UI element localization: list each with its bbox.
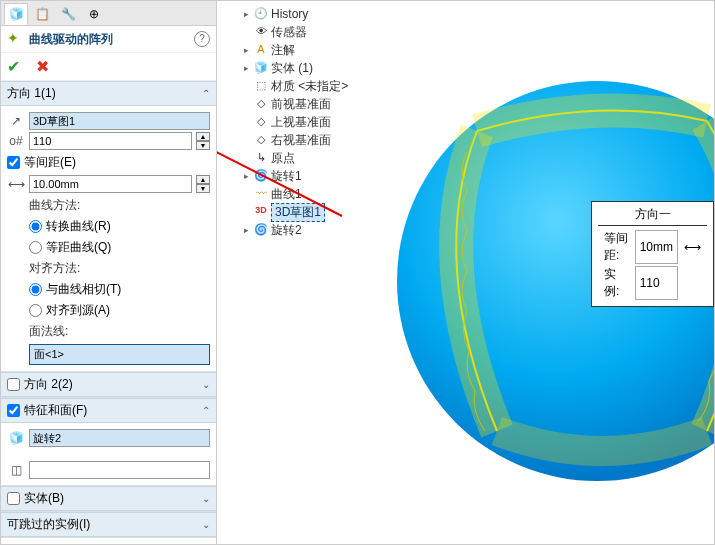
- feature-input[interactable]: [29, 429, 210, 447]
- chevron-up-icon: ⌃: [202, 88, 210, 99]
- tab-3[interactable]: 🔧: [56, 3, 80, 25]
- ok-button[interactable]: ✔: [7, 57, 20, 76]
- pattern-callout[interactable]: 方向一 等间距:10mm⟷ 实例:110: [591, 201, 714, 307]
- tab-2[interactable]: 📋: [30, 3, 54, 25]
- d2-enable-checkbox[interactable]: [7, 378, 20, 391]
- section-header-d2[interactable]: 方向 2(2) ⌄: [1, 372, 216, 397]
- count-spinner[interactable]: ▲▼: [196, 132, 210, 150]
- chevron-down-icon: ⌄: [202, 519, 210, 530]
- feature-title: 曲线驱动的阵列: [29, 31, 113, 48]
- spacing-spinner[interactable]: ▲▼: [196, 175, 210, 193]
- help-icon[interactable]: ?: [194, 31, 210, 47]
- radio-align-seed[interactable]: [29, 304, 42, 317]
- property-manager-panel: 🧊 📋 🔧 ⊕ ✦ 曲线驱动的阵列 ? ✔ ✖ 方向 1(1) ⌃ ↗ o# ▲…: [1, 1, 217, 544]
- count-icon: o#: [7, 134, 25, 148]
- tab-4[interactable]: ⊕: [82, 3, 106, 25]
- section-title-d2: 方向 2(2): [24, 376, 73, 393]
- callout-title: 方向一: [598, 206, 707, 226]
- pm-tabs: 🧊 📋 🔧 ⊕: [1, 1, 216, 26]
- chevron-up-icon: ⌃: [202, 405, 210, 416]
- feature-header: ✦ 曲线驱动的阵列 ?: [1, 26, 216, 53]
- section-title-feat: 特征和面(F): [24, 402, 87, 419]
- section-direction-1: 方向 1(1) ⌃ ↗ o# ▲▼ 等间距(E) ⟷ ▲▼: [1, 81, 216, 372]
- chevron-down-icon: ⌄: [202, 493, 210, 504]
- radio-transform-curve[interactable]: [29, 220, 42, 233]
- curve-input[interactable]: [29, 112, 210, 130]
- feature-icon: 🧊: [7, 431, 25, 445]
- graphics-view[interactable]: ⋮ ▸🕘History 👁传感器 ▸A注解 ▸🧊实体 (1) ⬚材质 <未指定>…: [217, 1, 714, 544]
- feat-checkbox[interactable]: [7, 404, 20, 417]
- spacing-icon: ⟷: [7, 177, 25, 191]
- section-header-skip[interactable]: 可跳过的实例(I) ⌄: [1, 512, 216, 537]
- face-icon: ◫: [7, 463, 25, 477]
- count-input[interactable]: [29, 132, 192, 150]
- face-selection[interactable]: 面<1>: [29, 344, 210, 365]
- section-body: 实体(B) ⌄: [1, 486, 216, 512]
- pattern-icon: ✦: [7, 30, 25, 48]
- section-header-d1[interactable]: 方向 1(1) ⌃: [1, 81, 216, 106]
- face-input[interactable]: [29, 461, 210, 479]
- curve-icon: ↗: [7, 114, 25, 128]
- section-features: 特征和面(F) ⌃ 🧊 ◫: [1, 398, 216, 486]
- equal-spacing-label: 等间距(E): [24, 154, 76, 171]
- tab-feature[interactable]: 🧊: [4, 3, 28, 25]
- section-header-body[interactable]: 实体(B) ⌄: [1, 486, 216, 511]
- section-title-skip: 可跳过的实例(I): [7, 516, 90, 533]
- curve-method-label: 曲线方法:: [29, 195, 210, 216]
- section-title-body: 实体(B): [24, 490, 64, 507]
- section-title-d1: 方向 1(1): [7, 85, 56, 102]
- chevron-down-icon: ⌄: [202, 379, 210, 390]
- spacing-input[interactable]: [29, 175, 192, 193]
- radio-offset-curve[interactable]: [29, 241, 42, 254]
- section-header-feat[interactable]: 特征和面(F) ⌃: [1, 398, 216, 423]
- callout-spacing[interactable]: 10mm: [635, 230, 678, 264]
- face-normal-label: 面法线:: [29, 321, 210, 342]
- equal-spacing-checkbox[interactable]: [7, 156, 20, 169]
- body-checkbox[interactable]: [7, 492, 20, 505]
- section-skip: 可跳过的实例(I) ⌄: [1, 512, 216, 538]
- cancel-button[interactable]: ✖: [36, 57, 49, 76]
- callout-instances[interactable]: 110: [635, 266, 678, 300]
- radio-tangent[interactable]: [29, 283, 42, 296]
- section-direction-2: 方向 2(2) ⌄: [1, 372, 216, 398]
- confirm-bar: ✔ ✖: [1, 53, 216, 81]
- align-method-label: 对齐方法:: [29, 258, 210, 279]
